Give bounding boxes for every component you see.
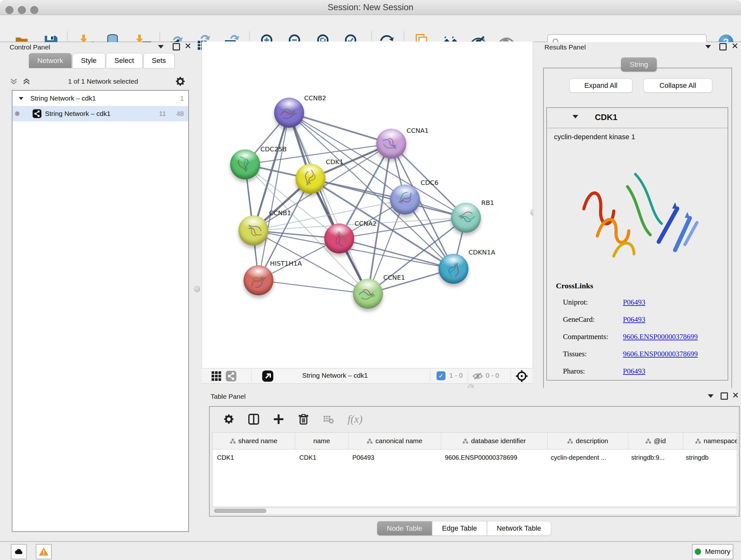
tab-edge-table[interactable]: Edge Table xyxy=(432,521,487,536)
gene-expand-icon[interactable] xyxy=(572,115,578,118)
table-cell[interactable]: P06493 xyxy=(348,449,441,465)
crosslink-value-link[interactable]: P06493 xyxy=(623,298,645,307)
column-header-name[interactable]: name xyxy=(295,433,348,449)
column-header-label: name xyxy=(313,437,330,445)
node-CCNB1[interactable] xyxy=(239,215,268,246)
column-header-shared-name[interactable]: shared name xyxy=(212,433,295,449)
table-row[interactable]: CDK1CDK1P064939606.ENSP00000378699cyclin… xyxy=(212,449,737,465)
node-CDK1[interactable] xyxy=(295,164,326,194)
collapse-all-button[interactable]: Collapse All xyxy=(643,78,712,92)
collection-label: String Network – cdk1 xyxy=(30,95,96,102)
column-header-canonical-name[interactable]: canonical name xyxy=(348,433,441,449)
left-splitter-handle[interactable] xyxy=(194,286,200,292)
protein-thumbnail-CCNB2 xyxy=(274,98,304,128)
column-header-namespace[interactable]: namespace xyxy=(683,433,737,449)
fit-content-crosshair-icon[interactable] xyxy=(515,369,529,383)
panel-close-icon[interactable]: ✕ xyxy=(185,43,192,49)
node-label-CCNB2: CCNB2 xyxy=(304,94,326,102)
panel-close-icon[interactable]: ✕ xyxy=(732,392,739,398)
crosslink-value-link[interactable]: 9606.ENSP00000378699 xyxy=(623,350,698,358)
crosslink-value-link[interactable]: P06493 xyxy=(623,367,645,375)
column-header-at-id[interactable]: @id xyxy=(628,433,683,449)
grid-view-icon[interactable] xyxy=(211,370,222,382)
crosslink-value-link[interactable]: P06493 xyxy=(623,315,645,324)
node-CDKN1A[interactable] xyxy=(439,254,468,284)
node-CCNB2[interactable] xyxy=(274,98,304,128)
network-collection-row[interactable]: String Network – cdk1 1 xyxy=(12,91,188,106)
table-header-row: shared namenamecanonical namedatabase id… xyxy=(212,433,737,449)
tab-select[interactable]: Select xyxy=(106,53,143,68)
network-canvas[interactable]: CCNB2CCNA1CDC25BCDK1CDC6RB1CCNB1CCNA2CDK… xyxy=(202,42,533,368)
crosslink-value-link[interactable]: 9606.ENSP00000378699 xyxy=(623,333,698,341)
tab-network-table[interactable]: Network Table xyxy=(487,521,551,536)
column-header-description[interactable]: description xyxy=(548,433,628,449)
selected-checkbox-icon[interactable]: ✓ xyxy=(436,371,446,380)
node-CCNE1[interactable] xyxy=(353,279,383,309)
network-options-gear-icon[interactable] xyxy=(175,76,186,87)
node-HIST1H1A[interactable] xyxy=(244,265,273,295)
table-cell[interactable]: stringdb xyxy=(681,449,737,465)
tab-string[interactable]: String xyxy=(621,57,657,71)
edge-CCNA2-CDKN1A[interactable] xyxy=(339,239,454,269)
network-view-icon[interactable] xyxy=(225,370,237,382)
gene-section: CDK1 cyclin-dependent kinase 1 xyxy=(546,107,728,381)
edge-CCNB2-CCNA1[interactable] xyxy=(289,113,391,144)
edge-CDK1-RB1[interactable] xyxy=(311,179,466,218)
panel-menu-icon[interactable] xyxy=(705,45,711,49)
table-cell[interactable]: cyclin-dependent ... xyxy=(546,449,627,465)
current-network-title: String Network – cdk1 xyxy=(302,372,367,379)
table-toolbar: f(x) xyxy=(210,407,739,432)
cloud-icon xyxy=(14,547,23,557)
column-header-label: shared name xyxy=(239,437,278,445)
gene-section-header[interactable]: CDK1 xyxy=(547,108,728,128)
panel-float-icon[interactable] xyxy=(719,43,727,51)
delete-table-icon xyxy=(323,414,334,425)
expand-all-icon[interactable] xyxy=(22,77,31,86)
scrollbar-thumb[interactable] xyxy=(214,509,266,513)
table-cell[interactable]: stringdb:9... xyxy=(627,449,681,465)
create-column-plus-icon[interactable] xyxy=(273,414,284,425)
panel-menu-icon[interactable] xyxy=(708,394,714,398)
tab-node-table[interactable]: Node Table xyxy=(377,521,432,536)
panel-close-icon[interactable]: ✕ xyxy=(731,43,738,49)
crosslink-label: Compartments: xyxy=(563,333,623,341)
warning-icon xyxy=(39,547,49,557)
table-options-gear-icon[interactable] xyxy=(223,414,234,425)
cloud-button[interactable] xyxy=(11,544,27,559)
show-columns-icon[interactable] xyxy=(248,414,259,425)
table-cell[interactable]: CDK1 xyxy=(295,449,348,465)
warnings-button[interactable] xyxy=(36,544,52,559)
table-cell[interactable]: CDK1 xyxy=(212,449,295,465)
panel-float-icon[interactable] xyxy=(173,43,180,51)
network-row[interactable]: String Network – cdk1 11 48 xyxy=(12,106,188,121)
edge-HIST1H1A-CCNE1[interactable] xyxy=(259,280,368,294)
control-panel: Control Panel ✕ NetworkStyleSelectSets 1… xyxy=(3,42,190,540)
delete-column-trash-icon[interactable] xyxy=(298,414,309,425)
birds-eye-view-icon[interactable] xyxy=(262,370,274,382)
collapse-all-icon[interactable] xyxy=(9,77,18,86)
horizontal-scrollbar[interactable] xyxy=(212,508,737,515)
hidden-eye-slash-icon[interactable] xyxy=(472,371,483,381)
node-CCNA2[interactable] xyxy=(324,224,354,253)
memory-button[interactable]: Memory xyxy=(692,544,733,559)
crosslinks-list: Uniprot:P06493GeneCard:P06493Compartment… xyxy=(563,294,723,380)
collection-expand-icon[interactable] xyxy=(19,97,23,100)
panel-menu-icon[interactable] xyxy=(158,45,164,49)
column-header-database-identifier[interactable]: database identifier xyxy=(441,433,548,449)
control-panel-tabs: NetworkStyleSelectSets xyxy=(29,53,175,68)
hidden-node-edge-counts: 0 - 0 xyxy=(486,372,499,379)
table-cell[interactable]: 9606.ENSP00000378699 xyxy=(441,449,546,465)
expand-all-button[interactable]: Expand All xyxy=(569,78,632,92)
panel-float-icon[interactable] xyxy=(721,392,728,400)
tab-sets[interactable]: Sets xyxy=(143,53,175,68)
protein-thumbnail-CCNE1 xyxy=(353,279,383,309)
network-tree: String Network – cdk1 1 String Network –… xyxy=(12,90,189,532)
node-CDC25B[interactable] xyxy=(230,149,260,179)
tab-style[interactable]: Style xyxy=(72,53,105,68)
node-CDC6[interactable] xyxy=(390,185,420,214)
tab-network[interactable]: Network xyxy=(29,53,72,68)
protein-thumbnail-CDKN1A xyxy=(439,254,468,284)
network-label: String Network – cdk1 xyxy=(45,110,111,118)
node-RB1[interactable] xyxy=(451,203,481,233)
node-CCNA1[interactable] xyxy=(376,129,406,159)
